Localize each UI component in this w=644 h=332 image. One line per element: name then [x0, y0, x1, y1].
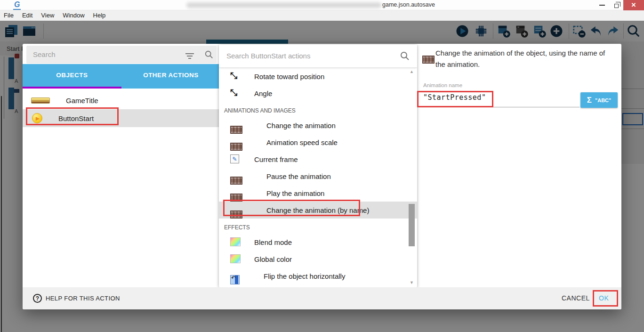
animation-name-label: Animation name	[423, 82, 462, 88]
action-search-bar	[219, 45, 417, 68]
window-title: game.json.autosave	[382, 1, 435, 8]
restore-button[interactable]	[609, 0, 623, 10]
minimize-button[interactable]	[595, 0, 609, 10]
action-description: Change the animation of the object, usin…	[435, 48, 613, 71]
object-name: GameTitle	[66, 97, 98, 105]
annotation-box-ok	[593, 290, 618, 307]
action-search-input[interactable]	[219, 45, 379, 67]
tab-objects[interactable]: OBJECTS	[23, 64, 121, 89]
action-parameters-panel: Change the animation of the object, usin…	[417, 44, 621, 287]
tab-other-actions[interactable]: OTHER ACTIONS	[121, 64, 220, 89]
action-row[interactable]: ↶ Flip the object horizontally	[219, 267, 417, 284]
close-button[interactable]: ✕	[623, 0, 644, 10]
action-row[interactable]: Play the animation	[219, 185, 417, 202]
menu-file[interactable]: File	[0, 10, 18, 21]
title-bar: G game.json.autosave ✕	[0, 0, 644, 10]
action-row[interactable]: Pause the animation	[219, 168, 417, 185]
scrollbar-thumb[interactable]	[409, 204, 415, 246]
scroll-up-arrow-icon[interactable]: ▲	[410, 69, 414, 74]
object-row-gametitle[interactable]: GameTitle	[23, 91, 220, 109]
object-search-bar	[26, 46, 217, 64]
action-row[interactable]: Global color	[219, 251, 417, 267]
help-link[interactable]: HELP FOR THIS ACTION	[46, 295, 120, 302]
rainbow-gradient-icon	[230, 237, 241, 246]
action-editor-dialog: OBJECTS OTHER ACTIONS GameTitle ▶ Button…	[23, 44, 621, 309]
action-row[interactable]: Animation speed scale	[219, 134, 417, 151]
film-strip-icon	[230, 143, 242, 151]
action-row[interactable]: ✎ Current frame	[219, 151, 417, 168]
help-question-icon[interactable]: ?	[33, 294, 42, 303]
search-icon[interactable]	[400, 51, 410, 61]
frame-pencil-icon: ✎	[230, 154, 239, 163]
close-icon: ✕	[631, 0, 636, 10]
action-row[interactable]: ⤡ Angle	[219, 85, 417, 102]
menu-help[interactable]: Help	[89, 10, 110, 21]
action-list: ⤡ Rotate toward position ⤡ Angle ANIMATI…	[219, 68, 417, 287]
object-tabs: OBJECTS OTHER ACTIONS	[23, 64, 220, 89]
menu-view[interactable]: View	[37, 10, 58, 21]
rotate-arrow-icon: ⤡	[230, 71, 237, 80]
rotate-arrow-icon: ⤡	[230, 88, 237, 97]
search-icon[interactable]	[204, 50, 214, 59]
menu-bar: File Edit View Window Help	[0, 10, 644, 21]
expression-editor-button[interactable]: Σ "ABC"	[580, 92, 618, 108]
film-strip-icon	[422, 56, 435, 64]
menu-window[interactable]: Window	[58, 10, 89, 21]
sigma-icon: Σ	[587, 96, 592, 105]
restore-icon	[614, 4, 619, 8]
action-row[interactable]: ⤡ Rotate toward position	[219, 68, 417, 85]
annotation-box-animation-name	[417, 91, 493, 107]
action-row[interactable]: Change the animation	[219, 117, 417, 134]
minimize-icon	[599, 5, 605, 6]
app-window: Start P A A G game.json.autosave ✕ File …	[0, 0, 644, 332]
actions-panel: ⤡ Rotate toward position ⤡ Angle ANIMATI…	[219, 45, 417, 287]
film-strip-icon	[230, 126, 242, 134]
film-strip-icon	[230, 177, 242, 185]
title-redacted-blur	[186, 2, 381, 8]
menu-edit[interactable]: Edit	[18, 10, 37, 21]
annotation-box-action	[223, 200, 360, 216]
gametitle-thumbnail-icon	[31, 97, 50, 104]
dialog-footer: ? HELP FOR THIS ACTION CANCEL OK	[23, 287, 621, 309]
cancel-button[interactable]: CANCEL	[562, 294, 590, 302]
gdevelop-logo-icon: G	[13, 0, 21, 10]
action-row[interactable]: Blend mode	[219, 234, 417, 251]
active-tab-underline	[23, 87, 121, 89]
action-group-header: ANIMATIONS AND IMAGES	[219, 102, 417, 117]
object-search-input[interactable]	[26, 46, 168, 63]
objects-panel: OBJECTS OTHER ACTIONS GameTitle ▶ Button…	[23, 44, 220, 287]
action-group-header: EFFECTS	[219, 219, 417, 234]
flip-horizontal-icon: ↶	[230, 275, 240, 284]
rainbow-gradient-icon	[230, 254, 241, 263]
filter-icon[interactable]	[185, 52, 195, 60]
annotation-box-buttonstart	[26, 107, 119, 125]
scroll-down-arrow-icon[interactable]: ▼	[410, 280, 414, 285]
